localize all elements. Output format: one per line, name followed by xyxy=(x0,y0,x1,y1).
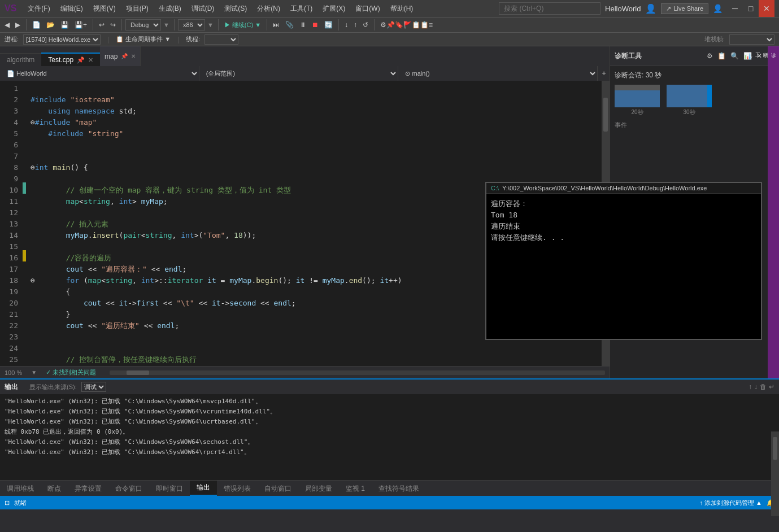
tab-callstack[interactable]: 调用堆栈 xyxy=(0,482,41,496)
restart-btn[interactable]: 🔄 xyxy=(322,20,335,30)
horizontal-scrollbar[interactable] xyxy=(110,370,605,375)
output-clear-btn[interactable]: 🗑 xyxy=(760,383,767,391)
time-30-label: 30秒 xyxy=(683,108,695,116)
output-down-btn[interactable]: ↓ xyxy=(754,383,758,391)
console-window: C:\ Y:\002_WorkSpace\002_VS\HelloWorld\H… xyxy=(485,182,762,340)
output-source-dropdown[interactable]: 调试 xyxy=(81,382,106,392)
menu-test[interactable]: 测试(S) xyxy=(220,3,251,15)
time-bar: 20秒 30秒 xyxy=(615,85,712,116)
menu-extensions[interactable]: 扩展(X) xyxy=(318,3,350,15)
tab-locals[interactable]: 局部变量 xyxy=(298,482,339,496)
events-label: 事件 xyxy=(615,121,627,128)
more-btns[interactable]: ⚙📌🔖🚩📋📋≡ xyxy=(378,20,435,30)
live-share-icon: ↗ xyxy=(666,5,671,12)
diag-nav-icon[interactable]: 📋 xyxy=(716,51,727,61)
live-share-button[interactable]: ↗ Live Share xyxy=(661,3,708,14)
diag-search-icon[interactable]: 🔍 xyxy=(729,51,740,61)
menu-build[interactable]: 生成(B) xyxy=(154,3,186,15)
output-controls: 显示输出来源(S): 调试 xyxy=(29,382,106,392)
break-btn[interactable]: ⏸ xyxy=(297,20,308,30)
step-out-btn[interactable]: ↑ xyxy=(351,20,359,30)
debug-config-dropdown[interactable]: Debug xyxy=(125,19,161,30)
editor-expand-btn[interactable]: + xyxy=(598,66,610,81)
toolbar: ◀ ▶ 📄 📂 💾 💾+ ↩ ↪ Debug ▼ x86 ▼ ▶ 继续(C) ▼… xyxy=(0,17,779,33)
tab-symbolresults[interactable]: 查找符号结果 xyxy=(372,482,426,496)
status-right: ↑ 添加到源代码管理 ▲ 🔔 xyxy=(700,499,775,507)
separator-6 xyxy=(267,19,267,30)
diag-graph-icon[interactable]: 📊 xyxy=(742,51,753,61)
tab-test-cpp[interactable]: Test.cpp 📌 ✕ xyxy=(41,53,100,66)
toolbar-undo[interactable]: ↩ xyxy=(97,20,107,30)
tab-immediatewindow[interactable]: 即时窗口 xyxy=(149,482,190,496)
settings-icon[interactable]: 👤 xyxy=(713,4,723,13)
toolbar-forward[interactable]: ▶ xyxy=(13,20,23,30)
output-line-6: "HelloWorld.exe" (Win32): 已加载 "C:\Window… xyxy=(5,447,774,457)
minimize-button[interactable]: ─ xyxy=(727,0,743,17)
close-button[interactable]: ✕ xyxy=(759,0,774,17)
tab-commandwindow[interactable]: 命令窗口 xyxy=(108,482,149,496)
platform-dropdown[interactable]: x86 xyxy=(178,19,205,30)
scroll-thumb[interactable] xyxy=(603,98,608,132)
separator-4 xyxy=(174,19,175,30)
attach-btn[interactable]: 📎 xyxy=(283,20,296,30)
output-up-btn[interactable]: ↑ xyxy=(748,383,752,391)
zoom-level[interactable]: 100 % xyxy=(5,369,22,376)
toolbar-open[interactable]: 📂 xyxy=(44,20,57,30)
thread-dropdown[interactable] xyxy=(204,34,238,45)
h-scroll-thumb[interactable] xyxy=(127,370,149,375)
menu-edit[interactable]: 编辑(E) xyxy=(56,3,88,15)
zoom-dropdown-icon[interactable]: ▼ xyxy=(31,369,37,376)
diagnostics-toolbar: ⚙ 📋 🔍 📊 ✕ xyxy=(706,51,763,61)
menu-window[interactable]: 窗口(W) xyxy=(351,3,384,15)
tab-autowindow[interactable]: 自动窗口 xyxy=(258,482,298,496)
tab-map[interactable]: map 📌 ✕ xyxy=(100,46,141,66)
toolbar-save-all[interactable]: 💾+ xyxy=(72,20,89,30)
function-dropdown[interactable]: ⊙ main() xyxy=(398,66,598,81)
continue-button[interactable]: ▶ 继续(C) ▼ xyxy=(222,20,263,30)
output-scrollbar[interactable] xyxy=(771,431,779,516)
lifecycle-btn[interactable]: 📋 生命周期事件 ▼ xyxy=(116,35,171,43)
process-bar-right: 堆栈帧: xyxy=(704,34,774,45)
tab-exceptions[interactable]: 异常设置 xyxy=(68,482,108,496)
tab-close-icon[interactable]: ✕ xyxy=(88,56,93,64)
menu-bar: 文件(F) 编辑(E) 视图(V) 项目(P) 生成(B) 调试(D) 测试(S… xyxy=(23,3,417,15)
menu-analyze[interactable]: 分析(N) xyxy=(253,3,285,15)
active-bar xyxy=(707,85,712,107)
menu-view[interactable]: 视图(V) xyxy=(89,3,120,15)
tab-output[interactable]: 输出 xyxy=(190,481,217,496)
maximize-button[interactable]: □ xyxy=(743,0,759,17)
step-over-btn[interactable]: ⏭ xyxy=(271,20,282,30)
file-scope-dropdown[interactable]: 📄 HelloWorld xyxy=(0,66,199,81)
toolbar-redo[interactable]: ↪ xyxy=(108,20,118,30)
tab-pin-icon: 📌 xyxy=(77,56,85,64)
status-left: ⊡ 就绪 xyxy=(5,499,27,507)
tab-watch1[interactable]: 监视 1 xyxy=(339,482,372,496)
step-into-btn[interactable]: ↓ xyxy=(342,20,350,30)
process-dropdown[interactable]: [15740] HelloWorld.exe xyxy=(23,34,101,45)
tab-algorithm[interactable]: algorithm xyxy=(0,53,41,66)
menu-help[interactable]: 帮助(H) xyxy=(386,3,418,15)
toolbar-new[interactable]: 📄 xyxy=(30,20,43,30)
toolbar-save[interactable]: 💾 xyxy=(58,20,71,30)
step-back-btn[interactable]: ↺ xyxy=(360,20,371,30)
output-scroll-thumb[interactable] xyxy=(773,437,777,460)
tab-breakpoints[interactable]: 断点 xyxy=(41,482,68,496)
menu-project[interactable]: 项目(P) xyxy=(121,3,153,15)
search-input[interactable] xyxy=(499,2,600,15)
output-wrap-btn[interactable]: ↵ xyxy=(769,383,774,391)
stack-dropdown[interactable] xyxy=(729,34,774,45)
add-to-vcs-btn[interactable]: ↑ 添加到源代码管理 ▲ xyxy=(700,499,763,507)
output-header: 输出 显示输出来源(S): 调试 ↑ ↓ 🗑 ↵ xyxy=(0,380,779,394)
global-scope-dropdown[interactable]: (全局范围) xyxy=(199,66,399,81)
diag-settings-icon[interactable]: ⚙ xyxy=(706,51,714,61)
diag-close-icon[interactable]: ✕ xyxy=(755,51,763,61)
menu-tools[interactable]: 工具(T) xyxy=(286,3,317,15)
menu-debug[interactable]: 调试(D) xyxy=(187,3,219,15)
output-panel: 输出 显示输出来源(S): 调试 ↑ ↓ 🗑 ↵ "HelloWorld.exe… xyxy=(0,378,779,480)
tab-errorlist[interactable]: 错误列表 xyxy=(217,482,258,496)
menu-file[interactable]: 文件(F) xyxy=(23,3,54,15)
map-close[interactable]: ✕ xyxy=(131,53,136,59)
toolbar-back[interactable]: ◀ xyxy=(2,20,12,30)
diagnostics-session-label: 诊断会话: 30 秒 xyxy=(615,71,763,80)
stop-btn[interactable]: ⏹ xyxy=(310,20,321,30)
